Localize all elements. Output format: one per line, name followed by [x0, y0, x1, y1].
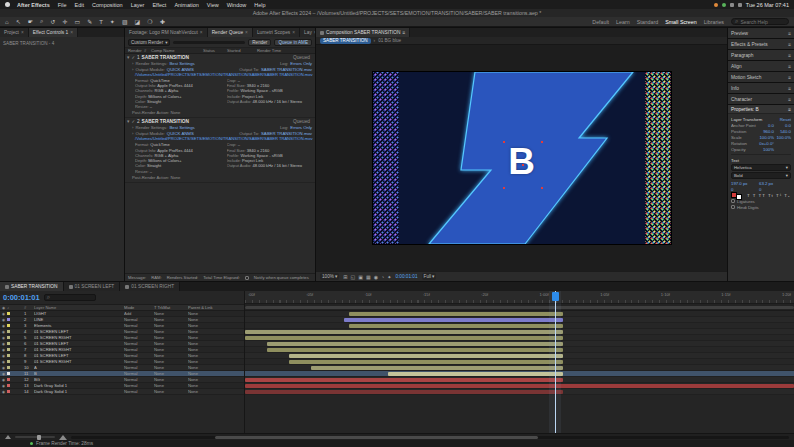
blend-mode-select[interactable]: Normal — [124, 365, 154, 370]
timeline-comp-tab[interactable]: 01 SCREEN RIGHT — [120, 282, 180, 291]
app-status-icon[interactable] — [714, 3, 718, 7]
parent-link-select[interactable]: None — [188, 389, 244, 394]
timeline-search-input[interactable] — [52, 295, 93, 301]
track-matte-select[interactable]: None — [154, 365, 188, 370]
layer-name[interactable]: 01 SCREEN RIGHT — [34, 359, 124, 364]
layer-label-color[interactable] — [7, 390, 11, 394]
parent-link-select[interactable]: None — [188, 383, 244, 388]
collapse-caret-icon[interactable]: ▾ — [127, 119, 129, 124]
current-time-display[interactable]: 0:00:01:01 — [3, 293, 40, 302]
workspace-tab[interactable]: Standard — [637, 19, 659, 25]
layer-name[interactable]: Dark Gray Solid 1 — [34, 383, 124, 388]
text-style-toggles[interactable]: T T TT Tt T¹ T₁ — [747, 193, 790, 198]
menu-item[interactable]: Window — [223, 2, 251, 8]
comp-navigator-current[interactable]: SABER TRANSITION — [320, 38, 371, 44]
panel-menu-icon[interactable]: ≡ — [788, 42, 791, 47]
layer-visibility-toggle[interactable]: ◉ — [2, 342, 5, 346]
tool-button[interactable]: ❍ — [147, 18, 152, 25]
text-option-checkbox[interactable]: Hindi Digits — [731, 204, 791, 210]
output-to-value[interactable]: SABER TRANSITION.mov — [261, 131, 312, 136]
render-settings-value[interactable]: Best Settings — [169, 125, 194, 130]
parent-link-select[interactable]: None — [188, 347, 244, 352]
selection-handle[interactable] — [541, 141, 543, 143]
expand-icon[interactable]: › — [132, 125, 133, 130]
kerning-field[interactable]: 0 — [759, 187, 785, 192]
font-style-select[interactable]: Bold ▾ — [731, 172, 791, 179]
panel-tab[interactable]: Footage: Logo RM NoahVerdcut× — [125, 28, 208, 37]
layer-visibility-toggle[interactable]: ◉ — [2, 354, 5, 358]
horizontal-scrollbar[interactable] — [71, 436, 789, 439]
layer-visibility-toggle[interactable]: ◉ — [2, 318, 5, 322]
control-center-icon[interactable] — [738, 3, 742, 7]
output-to-value[interactable]: SABER TRANSITION.mov — [261, 67, 312, 72]
collapsed-panel-header[interactable]: Motion Sketch ≡ — [728, 72, 794, 82]
work-area-bar[interactable] — [245, 304, 794, 311]
panel-menu-icon[interactable]: ≡ — [788, 75, 791, 80]
layer-visibility-toggle[interactable]: ◉ — [2, 360, 5, 364]
selection-handle[interactable] — [503, 187, 505, 189]
collapse-caret-icon[interactable]: ▾ — [127, 55, 129, 60]
tool-button[interactable]: ⌕ — [40, 18, 43, 25]
panel-tab[interactable]: Render Queue× — [208, 28, 253, 37]
layer-name[interactable]: 01 SCREEN RIGHT — [34, 335, 124, 340]
menu-item[interactable]: Composition — [88, 2, 127, 8]
close-icon[interactable]: × — [292, 30, 295, 35]
layer-visibility-toggle[interactable]: ◉ — [2, 312, 5, 316]
expand-icon[interactable]: › — [132, 67, 133, 72]
render-settings-value[interactable]: Best Settings — [169, 61, 194, 66]
workspace-tab[interactable]: Default — [592, 19, 609, 25]
blend-mode-select[interactable]: Normal — [124, 371, 154, 376]
blend-mode-select[interactable]: Normal — [124, 347, 154, 352]
viewer-icon[interactable]: ◉ — [374, 274, 378, 280]
track-matte-select[interactable]: None — [154, 359, 188, 364]
collapsed-panel-header[interactable]: Character ≡ — [728, 94, 794, 104]
track-matte-select[interactable]: None — [154, 383, 188, 388]
track-matte-select[interactable]: None — [154, 377, 188, 382]
composition-canvas[interactable]: B — [373, 72, 671, 244]
leading-field[interactable]: 63.2 px — [759, 181, 785, 186]
layer-name-column-header[interactable]: Layer Name — [34, 305, 124, 310]
close-icon[interactable]: × — [245, 30, 248, 35]
layer-duration-bar[interactable] — [245, 330, 563, 334]
parent-link-select[interactable]: None — [188, 323, 244, 328]
font-size-field[interactable]: 197.0 px — [731, 181, 757, 186]
parent-link-select[interactable]: None — [188, 335, 244, 340]
menu-bar-clock[interactable]: Tue 26 Mar 07:41 — [746, 2, 789, 8]
layer-label-color[interactable] — [7, 354, 11, 358]
layer-name[interactable]: 01 SCREEN LEFT — [34, 329, 124, 334]
comp-timecode[interactable]: 0:00:01:01 — [395, 274, 417, 279]
track-matte-select[interactable]: None — [154, 371, 188, 376]
selection-handle[interactable] — [541, 187, 543, 189]
layer-visibility-toggle[interactable]: ◉ — [2, 330, 5, 334]
menu-item[interactable]: Effect — [148, 2, 170, 8]
blend-mode-select[interactable]: Normal — [124, 353, 154, 358]
output-module-value[interactable]: QUICK ANMS — [167, 67, 194, 72]
menu-item[interactable]: Animation — [170, 2, 202, 8]
layer-label-color[interactable] — [7, 372, 11, 376]
letter-layer[interactable]: B — [508, 143, 535, 180]
parent-link-select[interactable]: None — [188, 317, 244, 322]
tool-button[interactable]: ◪ — [135, 18, 141, 25]
tool-button[interactable]: ✚ — [160, 18, 165, 25]
layer-duration-bar[interactable] — [349, 312, 563, 316]
layer-row[interactable]: ◉ 14 Dark Gray Solid 1 Normal None None — [0, 389, 244, 395]
viewer-icon[interactable]: ◔ — [381, 274, 384, 280]
parent-link-select[interactable]: None — [188, 353, 244, 358]
layer-duration-bar[interactable] — [245, 384, 794, 388]
blend-mode-select[interactable]: Normal — [124, 317, 154, 322]
parent-link-select[interactable]: None — [188, 329, 244, 334]
zoom-in-mountain-icon[interactable] — [59, 435, 67, 440]
timeline-comp-tab[interactable]: SABER TRANSITION — [0, 282, 64, 291]
work-area-range[interactable] — [245, 306, 794, 309]
tool-button[interactable]: ↖ — [16, 18, 21, 25]
layer-visibility-toggle[interactable]: ◉ — [2, 390, 5, 394]
tool-button[interactable]: ▭ — [74, 18, 80, 25]
timeline-zoom-slider[interactable] — [15, 436, 55, 438]
viewer-icon[interactable]: ◱ — [351, 274, 356, 280]
parent-link-select[interactable]: None — [188, 341, 244, 346]
render-queue-item[interactable]: ▾ ✓ 2 SABER TRANSITION Queued › Render S… — [125, 118, 315, 182]
workspace-tab[interactable]: Small Screen — [665, 19, 697, 25]
layer-visibility-toggle[interactable]: ◉ — [2, 384, 5, 388]
blend-mode-select[interactable]: Normal — [124, 329, 154, 334]
parent-link-select[interactable]: None — [188, 365, 244, 370]
